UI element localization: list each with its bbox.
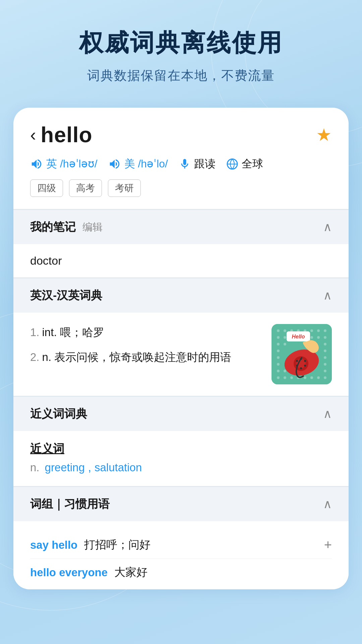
- svg-point-2: [277, 329, 280, 332]
- favorite-star-icon[interactable]: ★: [316, 125, 332, 145]
- dict-image: Hello: [272, 324, 332, 384]
- dict-section-header: 英汉-汉英词典 ∧: [13, 278, 349, 313]
- synonyms-section-header: 近义词词典 ∧: [13, 396, 349, 431]
- follow-read-action[interactable]: 跟读: [179, 157, 216, 171]
- svg-point-8: [317, 329, 320, 332]
- synonym-salutation[interactable]: salutation: [95, 461, 142, 474]
- svg-point-15: [310, 336, 313, 339]
- svg-point-30: [277, 376, 280, 379]
- hero-section: 权威词典离线使用 词典数据保留在本地，不费流量: [0, 0, 362, 98]
- svg-point-11: [284, 336, 286, 339]
- svg-point-26: [324, 363, 326, 366]
- synonyms-pos: n.: [30, 461, 40, 474]
- british-phonetic[interactable]: 英 /həˈləʊ/: [30, 157, 98, 171]
- notes-edit-button[interactable]: 编辑: [82, 220, 103, 234]
- hero-title: 权威词典离线使用: [20, 27, 342, 59]
- svg-point-18: [277, 343, 280, 345]
- phrases-section-header: 词组｜习惯用语 ∧: [13, 487, 349, 521]
- svg-point-21: [277, 350, 280, 352]
- phrase-left-1: say hello 打招呼；问好: [30, 537, 150, 552]
- phrase-row-2: hello everyone 大家好: [30, 559, 332, 586]
- phrase-add-1[interactable]: +: [324, 537, 332, 552]
- phrases-chevron-icon[interactable]: ∧: [323, 497, 332, 511]
- entry-text-2: n. 表示问候，惊奇或唤起注意时的用语: [42, 349, 232, 366]
- tag-gaokao: 高考: [69, 179, 102, 197]
- synonyms-label: 近义词: [30, 441, 332, 457]
- notes-section-title: 我的笔记: [30, 219, 76, 235]
- mic-icon: [179, 158, 191, 170]
- svg-text:Hello: Hello: [292, 334, 305, 339]
- phonetic-row: 英 /həˈləʊ/ 美 /həˈlo/ 跟读: [30, 157, 332, 171]
- phrase-left-2: hello everyone 大家好: [30, 565, 147, 580]
- global-action[interactable]: 全球: [226, 157, 263, 171]
- svg-point-31: [284, 376, 286, 379]
- svg-point-37: [324, 376, 326, 379]
- svg-point-45: [304, 365, 306, 367]
- us-phonetic-label: 美 /həˈlo/: [124, 157, 168, 171]
- back-button[interactable]: ‹: [30, 126, 36, 144]
- svg-point-34: [304, 376, 306, 379]
- svg-point-25: [277, 363, 280, 366]
- dict-entry-1: 1. int. 喂；哈罗: [30, 324, 265, 341]
- entries-text: 1. int. 喂；哈罗 2. n. 表示问候，惊奇或唤起注意时的用语: [30, 324, 265, 373]
- dict-content: 1. int. 喂；哈罗 2. n. 表示问候，惊奇或唤起注意时的用语: [13, 313, 349, 396]
- notes-chevron-icon[interactable]: ∧: [323, 220, 332, 234]
- svg-point-22: [324, 350, 326, 352]
- svg-point-10: [277, 336, 280, 339]
- notes-section-left: 我的笔记 编辑: [30, 219, 103, 235]
- synonym-comma: ,: [88, 461, 91, 474]
- uk-phonetic-label: 英 /həˈləʊ/: [46, 157, 98, 171]
- svg-point-32: [290, 376, 293, 379]
- entry-num-1: 1.: [30, 324, 40, 341]
- phrase-zh-2: 大家好: [114, 565, 147, 580]
- svg-point-35: [310, 376, 313, 379]
- hero-subtitle: 词典数据保留在本地，不费流量: [20, 67, 342, 84]
- svg-point-20: [324, 343, 326, 345]
- synonyms-section-left: 近义词词典: [30, 406, 87, 422]
- svg-point-19: [284, 343, 286, 345]
- phrase-en-2[interactable]: hello everyone: [30, 566, 108, 579]
- tag-postgrad: 考研: [108, 179, 141, 197]
- svg-point-46: [300, 367, 302, 369]
- notes-content: doctor: [13, 244, 349, 277]
- phrases-content: say hello 打招呼；问好 + hello everyone 大家好: [13, 521, 349, 589]
- svg-point-36: [317, 376, 320, 379]
- dict-entries: 1. int. 喂；哈罗 2. n. 表示问候，惊奇或唤起注意时的用语: [30, 324, 332, 384]
- dictionary-card: ‹ hello ★ 英 /həˈləʊ/: [13, 108, 349, 589]
- word-tags: 四级 高考 考研: [30, 179, 332, 197]
- word-title-row: ‹ hello ★: [30, 122, 332, 147]
- globe-icon: [226, 158, 238, 170]
- synonyms-content: 近义词 n. greeting , salutation: [13, 431, 349, 486]
- speaker-uk-icon: [30, 158, 43, 170]
- synonym-greeting[interactable]: greeting: [45, 461, 85, 474]
- phrase-row-1: say hello 打招呼；问好 +: [30, 531, 332, 559]
- phrases-section-title: 词组｜习惯用语: [30, 496, 110, 512]
- follow-read-label: 跟读: [194, 157, 216, 171]
- word-display: hello: [41, 122, 92, 147]
- phrase-en-1[interactable]: say hello: [30, 539, 77, 551]
- svg-point-7: [310, 329, 313, 332]
- svg-point-44: [304, 360, 306, 362]
- phrases-section-left: 词组｜习惯用语: [30, 496, 110, 512]
- svg-point-48: [296, 360, 298, 362]
- word-left: ‹ hello: [30, 122, 93, 147]
- tag-cet4: 四级: [30, 179, 63, 197]
- svg-point-24: [324, 356, 326, 359]
- svg-point-28: [284, 370, 286, 372]
- dict-chevron-icon[interactable]: ∧: [323, 288, 332, 303]
- svg-point-16: [317, 336, 320, 339]
- dict-section-title: 英汉-汉英词典: [30, 288, 102, 303]
- synonyms-row: n. greeting , salutation: [30, 461, 332, 474]
- notes-text: doctor: [30, 254, 62, 267]
- word-header: ‹ hello ★ 英 /həˈləʊ/: [13, 108, 349, 209]
- svg-point-17: [324, 336, 326, 339]
- speaker-us-icon: [108, 158, 121, 170]
- phrase-zh-1: 打招呼；问好: [84, 537, 150, 552]
- american-phonetic[interactable]: 美 /həˈlo/: [108, 157, 168, 171]
- synonyms-chevron-icon[interactable]: ∧: [323, 407, 332, 421]
- entry-text-1: int. 喂；哈罗: [42, 324, 104, 341]
- svg-point-29: [324, 370, 326, 372]
- svg-point-23: [277, 356, 280, 359]
- dict-section-left: 英汉-汉英词典: [30, 288, 102, 303]
- svg-point-27: [277, 370, 280, 372]
